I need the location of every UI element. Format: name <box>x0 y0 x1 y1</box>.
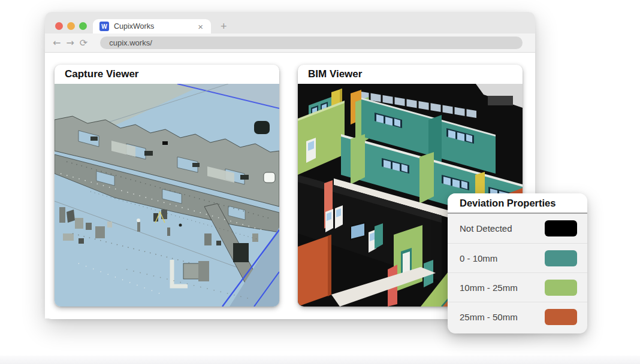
legend-label: 0 - 10mm <box>460 253 497 263</box>
capture-viewport[interactable] <box>55 84 279 307</box>
cupixworks-favicon-icon: W <box>99 22 109 31</box>
back-icon[interactable]: ← <box>53 38 61 48</box>
traffic-light-close-button[interactable] <box>55 22 63 30</box>
legend-label: Not Detected <box>460 223 512 233</box>
reload-icon[interactable]: ⟳ <box>80 38 87 48</box>
capture-viewer-title: Capture Viewer <box>55 65 279 84</box>
tab-title: CupixWorks <box>114 22 196 31</box>
page: W CupixWorks × + ← → ⟳ cupix.works/ Capt… <box>0 0 640 364</box>
legend-label: 10mm - 25mm <box>460 283 518 293</box>
legend-color-swatch <box>545 309 577 325</box>
browser-address-bar: ← → ⟳ cupix.works/ <box>45 34 535 53</box>
legend-row-10-25mm: 10mm - 25mm <box>448 272 587 302</box>
traffic-light-minimize-button[interactable] <box>67 22 75 30</box>
bim-viewer-title: BIM Viewer <box>298 65 523 84</box>
page-footer-band <box>0 356 640 364</box>
traffic-light-zoom-button[interactable] <box>79 22 87 30</box>
legend-color-swatch <box>545 220 577 236</box>
browser-tab-strip: W CupixWorks × + <box>45 12 535 34</box>
legend-color-swatch <box>545 280 577 296</box>
deviation-properties-title: Deviation Properties <box>448 193 587 214</box>
legend-row-0-10mm: 0 - 10mm <box>448 243 587 272</box>
deviation-properties-panel: Deviation Properties Not Detected 0 - 10… <box>448 193 587 333</box>
legend-row-25-50mm: 25mm - 50mm <box>448 302 587 331</box>
legend-row-not-detected: Not Detected <box>448 214 587 243</box>
capture-viewer-panel: Capture Viewer <box>55 65 279 307</box>
legend-color-swatch <box>545 250 577 266</box>
capture-pointcloud-canvas[interactable] <box>55 84 279 307</box>
tab-close-icon[interactable]: × <box>196 21 205 32</box>
forward-icon[interactable]: → <box>66 38 74 48</box>
browser-tab-cupixworks[interactable]: W CupixWorks × <box>93 19 211 34</box>
new-tab-button[interactable]: + <box>221 19 227 34</box>
url-field[interactable]: cupix.works/ <box>100 37 523 49</box>
legend-label: 25mm - 50mm <box>460 312 518 322</box>
